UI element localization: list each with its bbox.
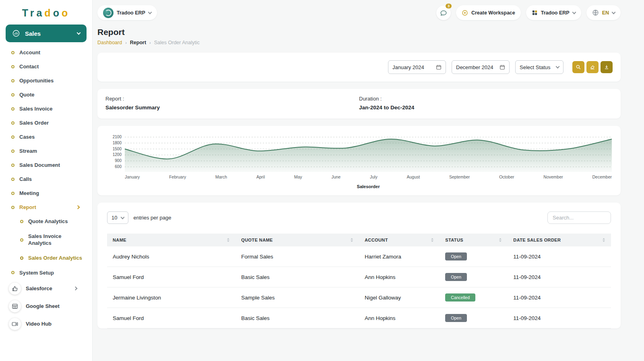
sidebar-item-label: Google Sheet [26,303,60,309]
sidebar-item-label: Sales Order Analytics [28,255,82,262]
main-content: Tradoo ERP 3 Create Workspace Tradoo ERP… [93,0,644,361]
sidebar-section-sales[interactable]: Sales [6,25,87,42]
column-header-date-sales-order[interactable]: DATE SALES ORDER [508,234,611,246]
sidebar-item-sales-invoice[interactable]: Sales Invoice [0,102,92,116]
calendar-icon [436,64,442,70]
sort-icon[interactable] [602,238,605,242]
sidebar-item-stream[interactable]: Stream [0,144,92,158]
table-row[interactable]: Jermaine Livingston Sample Sales Nigel G… [107,287,611,308]
sidebar-item-label: Report [19,204,36,210]
sidebar-item-label: Sales Order [19,120,49,126]
table-row[interactable]: Samuel Ford Basic Sales Ann Hopkins Open… [107,267,611,287]
logo-text: o [53,7,62,18]
sidebar-item-label: Account [19,49,40,55]
duration-value: Jan-2024 to Dec-2024 [359,105,613,111]
bullet-icon [11,121,14,125]
page-header: Report Dashboard › Report › Sales Order … [97,27,621,45]
chevron-down-icon [556,65,560,69]
sidebar-item-label: Contact [19,64,39,70]
breadcrumb-dashboard[interactable]: Dashboard [97,40,122,45]
brand-logo: Tradoo [0,7,92,19]
sort-icon[interactable] [499,238,502,242]
sidebar-item-quote-analytics[interactable]: Quote Analytics [0,214,92,229]
sales-order-table: NAME QUOTE NAME ACCOUNT STATUS DATE SALE… [107,234,611,328]
download-button[interactable] [601,61,613,73]
grid-icon [532,10,538,16]
workspace-switcher-button[interactable]: Tradoo ERP [526,5,581,20]
sidebar-item-sales-order[interactable]: Sales Order [0,116,92,130]
x-axis-tick: August [407,174,420,179]
y-axis-tick: 2100 [113,135,122,139]
duration-label: Duration : [359,96,613,102]
sidebar-section-label: Sales [25,30,41,37]
chart-x-axis: January February March April May June Ju… [125,174,612,179]
date-from-input[interactable]: January 2024 [388,60,446,74]
sidebar-item-calls[interactable]: Calls [0,172,92,186]
workspace-logo-icon [103,8,114,18]
sidebar-item-quote[interactable]: Quote [0,88,92,102]
sidebar-item-label: Calls [19,176,32,182]
date-to-input[interactable]: December 2024 [452,60,510,74]
table-search-input[interactable] [547,211,611,224]
status-select[interactable]: Select Status [515,60,564,74]
globe-icon [592,9,599,16]
video-icon [9,318,21,330]
sort-icon[interactable] [431,238,434,242]
chart-y-axis: 2100 1800 1500 1200 900 600 [106,134,125,172]
x-axis-tick: January [125,174,140,179]
cell-date: 11-09-2024 [508,267,611,287]
column-header-quote-name[interactable]: QUOTE NAME [235,234,359,246]
sort-icon[interactable] [227,238,230,242]
column-header-status[interactable]: STATUS [440,234,508,246]
sidebar-item-contact[interactable]: Contact [0,59,92,74]
cell-name: Samuel Ford [107,308,235,328]
logo-text: d [44,7,53,18]
cell-quote-name: Basic Sales [235,308,359,328]
sidebar-item-account[interactable]: Account [0,45,92,59]
cell-name: Audrey Nichols [107,246,235,267]
entries-per-page-select[interactable]: 10 [107,211,128,224]
sidebar-item-label: Salesforce [26,285,52,291]
sort-icon[interactable] [350,238,353,242]
language-selector[interactable]: EN [586,5,621,20]
sidebar-item-salesforce[interactable]: Salesforce [0,280,92,297]
sidebar-item-sales-order-analytics[interactable]: Sales Order Analytics [0,251,92,266]
sidebar-item-report[interactable]: Report [0,200,92,214]
bullet-icon [11,135,14,139]
sidebar-item-label: Meeting [19,190,39,196]
workspace-selector[interactable]: Tradoo ERP [97,5,157,20]
column-header-account[interactable]: ACCOUNT [359,234,440,246]
breadcrumb-report[interactable]: Report [130,40,146,45]
calendar-icon [500,64,505,70]
sidebar-item-sales-invoice-analytics[interactable]: Sales Invoice Analytics [0,229,92,251]
sidebar-item-meeting[interactable]: Meeting [0,186,92,200]
date-to-value: December 2024 [456,64,493,70]
sidebar-item-label: Sales Invoice Analytics [28,233,84,247]
sidebar-item-sales-document[interactable]: Sales Document [0,158,92,172]
search-button[interactable] [572,61,584,73]
status-badge: Cancelled [445,293,475,302]
breadcrumb-current: Sales Order Analytic [154,40,200,45]
sidebar-item-google-sheet[interactable]: Google Sheet [0,297,92,315]
sidebar-item-video-hub[interactable]: Video Hub [0,315,92,333]
breadcrumb: Dashboard › Report › Sales Order Analyti… [97,40,621,45]
table-row[interactable]: Audrey Nichols Formal Sales Harriet Zamo… [107,246,611,267]
sidebar-item-label: Video Hub [26,321,52,327]
x-axis-tick: September [449,174,470,179]
bullet-icon [11,65,14,68]
x-axis-tick: July [370,174,378,179]
bullet-icon [11,79,14,82]
cell-quote-name: Formal Sales [235,246,359,267]
workspace-selector-label: Tradoo ERP [117,10,145,16]
logo-text: Tra [22,7,45,18]
sidebar-item-system-setup[interactable]: System Setup [0,266,92,280]
chat-button[interactable]: 3 [436,6,451,20]
x-axis-tick: February [169,174,186,179]
column-header-name[interactable]: NAME [107,234,235,246]
clear-filter-button[interactable] [586,61,599,73]
bullet-icon [11,164,14,167]
sidebar-item-opportunities[interactable]: Opportunities [0,74,92,88]
table-row[interactable]: Samuel Ford Basic Sales Ann Hopkins Open… [107,308,611,328]
create-workspace-button[interactable]: Create Workspace [456,5,521,20]
sidebar-item-cases[interactable]: Cases [0,130,92,144]
